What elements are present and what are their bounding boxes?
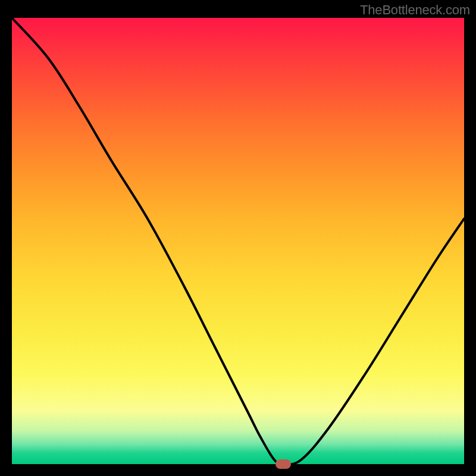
chart-frame: TheBottleneck.com [0, 0, 476, 476]
optimal-point-marker [275, 459, 291, 469]
bottleneck-curve [12, 18, 464, 464]
attribution-label: TheBottleneck.com [360, 2, 470, 18]
plot-area [12, 18, 464, 464]
